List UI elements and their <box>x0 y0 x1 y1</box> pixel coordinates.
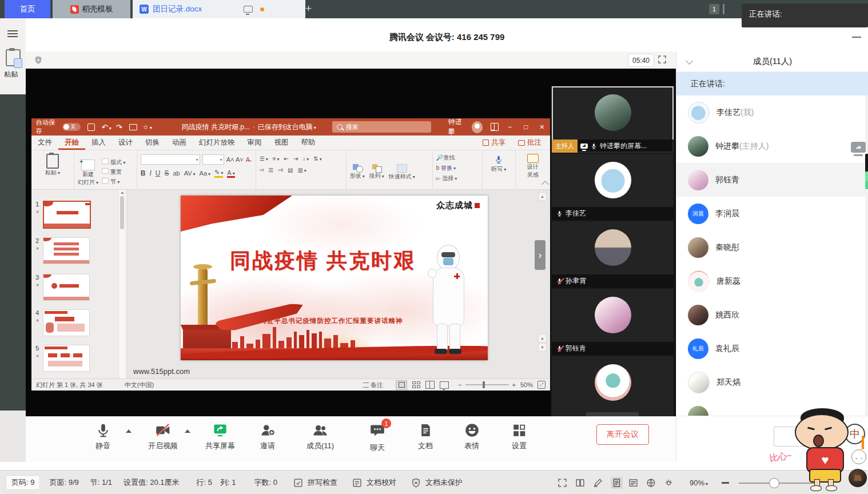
columns-button[interactable]: ▥ <box>297 167 306 173</box>
ppt-share-button[interactable]: 共享 <box>476 136 512 150</box>
zoom-slider-knob[interactable] <box>769 478 779 488</box>
status-setting[interactable]: 设置值: 20.1厘米 <box>124 477 180 488</box>
normal-view-button[interactable] <box>396 380 407 390</box>
member-row[interactable]: 姚西欣 <box>676 298 868 332</box>
ppt-zoom-track[interactable] <box>465 384 509 385</box>
new-tab-button[interactable]: + <box>305 2 312 15</box>
fullscreen-view-icon[interactable] <box>558 478 567 488</box>
numbering-button[interactable]: ≡ <box>273 156 280 162</box>
paste-label[interactable]: 粘贴 <box>4 70 18 79</box>
ppt-tab-transitions[interactable]: 切换 <box>139 136 166 150</box>
member-share-icon[interactable] <box>851 142 866 153</box>
strikethrough-button[interactable]: S <box>164 169 169 177</box>
find-button[interactable]: 🔎查找 <box>436 154 479 162</box>
ppt-maximize-button[interactable]: □ <box>518 118 534 136</box>
video-tile[interactable]: 孙聿霄 <box>552 221 674 288</box>
shadow-button[interactable]: ab <box>173 170 180 177</box>
thumbnail-scrollbar[interactable] <box>118 190 125 379</box>
status-pages[interactable]: 页面: 9/9 <box>49 477 78 488</box>
ppt-minimize-button[interactable]: − <box>502 118 518 136</box>
members-button[interactable]: 成员(11) <box>298 423 342 451</box>
paste-icon[interactable] <box>6 49 21 66</box>
slide-thumbnail-2[interactable] <box>43 237 90 264</box>
present-icon[interactable] <box>129 124 137 130</box>
slide-thumbnail-1[interactable] <box>43 201 91 229</box>
member-row[interactable]: 钟进攀(主持人) <box>676 129 868 163</box>
member-row[interactable]: 郑天熇 <box>676 365 868 399</box>
font-color-button[interactable]: A <box>227 169 234 178</box>
autosave-toggle[interactable]: 关 <box>62 123 81 131</box>
ribbon-collapse-icon[interactable] <box>543 182 548 187</box>
indent-dec-button[interactable]: ⇤ <box>284 156 289 162</box>
bold-button[interactable]: B <box>141 169 146 177</box>
slide-thumbnail-4[interactable] <box>43 309 90 336</box>
ppt-language[interactable]: 中文(中国) <box>125 381 154 389</box>
editor-scroll-prev[interactable]: ▲ <box>538 334 547 342</box>
tab-home[interactable]: 首页 <box>5 0 50 18</box>
docs-button[interactable]: 文档 <box>404 423 447 451</box>
member-row[interactable]: 礼辰 袁礼辰 <box>676 332 868 365</box>
video-tile[interactable]: 李佳艺 <box>552 154 674 220</box>
line-spacing-button[interactable]: ↕ <box>302 156 309 162</box>
slide-canvas[interactable]: 众志成城 同战疫情 共克时艰 学习贯彻习近平总书记疫情防控工作汇报重要讲话精神 <box>181 196 488 360</box>
ppt-zoom-in[interactable]: + <box>512 381 516 388</box>
editor-scroll-up[interactable]: ▲ <box>538 192 547 201</box>
redo-icon[interactable]: ↷ <box>116 123 122 132</box>
editor-scroll-next[interactable]: ▼ <box>538 343 547 352</box>
ppt-tab-design[interactable]: 设计 <box>112 136 139 150</box>
slideshow-view-button[interactable] <box>440 381 449 389</box>
spell-check-button[interactable]: 拼写检查 <box>293 477 337 488</box>
member-row[interactable]: 唐新蕊 <box>676 264 868 298</box>
ppt-zoom-out[interactable]: − <box>458 381 461 388</box>
section-button[interactable]: 节 <box>102 178 120 186</box>
ppt-tab-view[interactable]: 视图 <box>268 136 295 150</box>
align-left-button[interactable]: ⫤ <box>260 166 264 173</box>
spacing-button[interactable]: AV <box>184 170 196 177</box>
align-center-button[interactable]: ☰ <box>268 167 273 173</box>
mute-button[interactable]: 静音 <box>81 423 125 451</box>
reading-view-button[interactable] <box>425 381 435 389</box>
reset-button[interactable]: 重置 <box>102 168 122 176</box>
member-row[interactable]: 秦晓彤 <box>676 230 868 264</box>
status-line[interactable]: 行: 5 <box>197 477 212 488</box>
ppt-search-box[interactable]: 搜索 <box>332 121 431 133</box>
video-tile[interactable]: 郭钰青 <box>552 289 674 355</box>
video-button[interactable]: 开启视频 <box>141 423 185 451</box>
edit-pen-icon[interactable] <box>593 478 603 488</box>
web-view-icon[interactable] <box>646 478 656 488</box>
ppt-zoom-level[interactable]: 50% <box>520 381 533 388</box>
slide-thumbnail-5[interactable] <box>43 345 90 372</box>
ppt-comment-button[interactable]: 批注 <box>512 136 548 150</box>
emoji-button[interactable]: 表情 <box>450 423 493 451</box>
extension-badge[interactable]: 1 <box>709 4 719 14</box>
casting-icon[interactable] <box>244 6 253 13</box>
sorter-view-button[interactable] <box>412 381 420 388</box>
ppt-tab-animations[interactable]: 动画 <box>166 136 193 150</box>
layout-button[interactable]: 版式 <box>102 158 125 166</box>
quick-styles-button[interactable]: 快速样式 <box>389 164 415 181</box>
eye-protect-icon[interactable] <box>664 478 674 488</box>
ppt-tab-help[interactable]: 帮助 <box>295 136 322 150</box>
camera-options-arrow[interactable] <box>185 429 190 433</box>
mic-options-arrow[interactable] <box>126 429 132 433</box>
replace-button[interactable]: b 替换 <box>436 164 479 172</box>
ppt-tab-file[interactable]: 文件 <box>31 136 58 150</box>
ppt-tab-home[interactable]: 开始 <box>58 136 85 150</box>
share-screen-button[interactable]: 共享屏幕 <box>198 423 242 451</box>
text-dir-button[interactable]: ⇅ <box>313 156 321 162</box>
tab-template[interactable]: 稻壳模板 <box>53 0 130 18</box>
new-slide-button[interactable]: + 新建 幻灯片 <box>78 160 98 186</box>
ppt-tab-slideshow[interactable]: 幻灯片放映 <box>193 136 241 150</box>
indent-inc-button[interactable]: ⇥ <box>293 156 298 162</box>
align-right-button[interactable]: ⫥ <box>278 166 283 173</box>
protection-status[interactable]: 文档未保护 <box>411 477 463 488</box>
outline-view-icon[interactable] <box>628 478 638 488</box>
zoom-out-button[interactable] <box>722 482 729 484</box>
dictate-button[interactable]: 听写 <box>491 154 506 173</box>
status-page-number[interactable]: 页码: 9 <box>6 475 40 490</box>
arrange-button[interactable]: 排列 <box>369 164 384 180</box>
slide-thumbnail-3[interactable] <box>43 274 90 301</box>
justify-button[interactable]: ▤ <box>288 167 293 173</box>
leave-meeting-button[interactable]: 离开会议 <box>596 424 649 445</box>
bullets-button[interactable]: ☰ <box>260 156 268 162</box>
